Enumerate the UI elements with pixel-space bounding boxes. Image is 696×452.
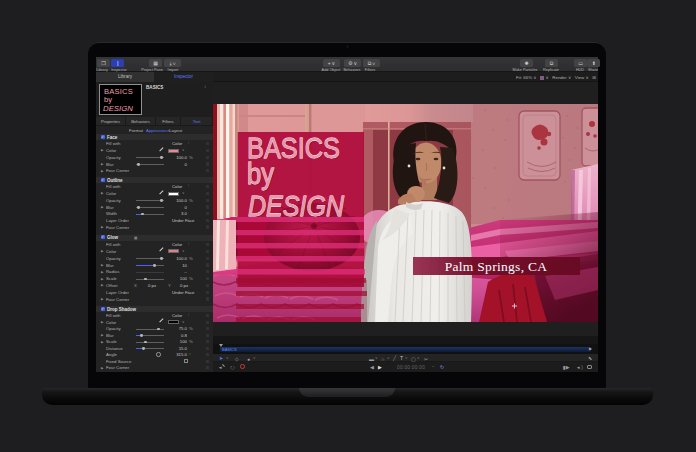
svg-text:Palm Springs, CA: Palm Springs, CA: [445, 259, 548, 274]
svg-text:by: by: [247, 158, 274, 190]
svg-text:DESIGN: DESIGN: [248, 189, 344, 222]
